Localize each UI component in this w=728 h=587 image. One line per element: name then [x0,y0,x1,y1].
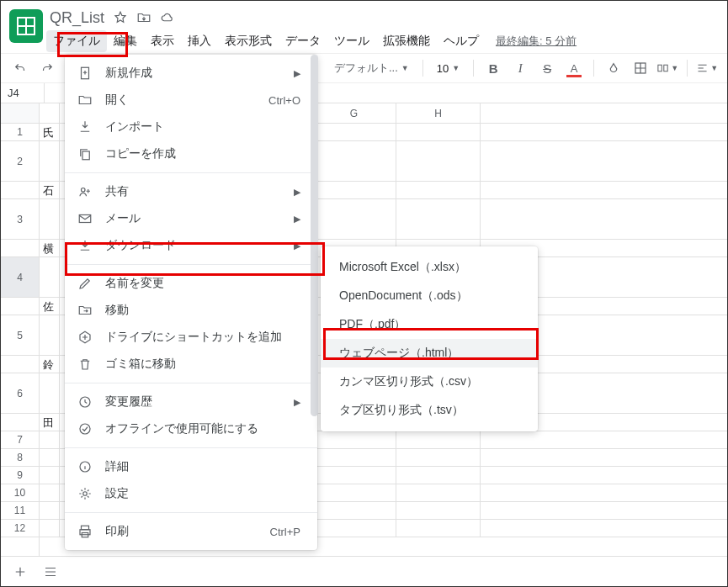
file-menu-open[interactable]: 開く Ctrl+O [65,87,317,114]
cell[interactable] [40,257,60,297]
row-header[interactable]: 3 [1,199,39,240]
row-header[interactable] [1,240,39,257]
cell[interactable] [396,449,481,466]
cell[interactable] [312,199,396,239]
menu-edit[interactable]: 編集 [107,30,144,52]
align-button[interactable]: ▼ [696,57,718,79]
cell[interactable] [40,315,60,355]
cell[interactable] [312,484,396,501]
row-header[interactable]: 10 [1,484,39,502]
cell[interactable] [396,141,481,181]
name-box[interactable]: J4 [1,83,45,103]
row-header[interactable]: 5 [1,315,39,356]
menu-insert[interactable]: 挿入 [181,30,218,52]
file-menu-trash[interactable]: ゴミ箱に移動 [65,351,317,378]
cell[interactable] [40,484,60,501]
cell[interactable] [312,520,396,537]
cell[interactable] [312,502,396,519]
cell[interactable]: 横 [40,240,60,256]
cell[interactable] [312,431,396,448]
cell[interactable] [396,199,481,239]
row-header[interactable]: 7 [1,431,39,449]
file-menu-details[interactable]: 詳細 [65,453,317,480]
text-color-button[interactable]: A [563,57,585,79]
file-menu-history[interactable]: 変更履歴 ▶ [65,389,317,415]
file-menu-move[interactable]: 移動 [65,297,317,324]
add-sheet-button[interactable] [9,561,31,583]
file-menu-add-shortcut[interactable]: ドライブにショートカットを追加 [65,324,317,351]
row-header[interactable]: 8 [1,449,39,467]
cell[interactable] [396,484,481,501]
cell[interactable] [40,373,60,413]
file-menu-download[interactable]: ダウンロード ▶ [65,232,317,259]
strikethrough-button[interactable]: S [536,57,558,79]
file-menu-share[interactable]: 共有 ▶ [65,178,317,205]
cell[interactable] [40,502,60,519]
borders-button[interactable] [630,57,651,79]
move-folder-icon[interactable] [136,10,151,25]
cell[interactable] [40,199,60,239]
last-edit-link[interactable]: 最終編集: 5 分前 [496,34,577,49]
row-header[interactable] [1,182,39,199]
row-header[interactable] [1,356,39,373]
font-family-select[interactable]: デフォルト... ▼ [329,61,414,76]
cell[interactable] [396,502,481,519]
download-xlsx[interactable]: Microsoft Excel（.xlsx） [321,253,538,282]
menu-view[interactable]: 表示 [144,30,181,52]
menu-help[interactable]: ヘルプ [437,30,486,52]
cell[interactable] [40,449,60,466]
select-all-corner[interactable] [1,103,39,124]
cell[interactable] [312,141,396,181]
cell[interactable]: 氏 [40,124,60,140]
row-header[interactable] [1,414,39,431]
column-header[interactable]: H [396,103,481,123]
row-header[interactable]: 1 [1,124,39,141]
file-menu-print[interactable]: 印刷 Ctrl+P [65,518,317,545]
cell[interactable] [396,124,481,140]
file-menu-new[interactable]: 新規作成 ▶ [65,60,317,87]
file-menu-email[interactable]: メール ▶ [65,205,317,232]
column-header[interactable] [40,103,60,123]
download-tsv[interactable]: タブ区切り形式（.tsv） [321,396,538,425]
document-title[interactable]: QR_List [50,9,104,27]
sheets-logo[interactable] [9,9,43,43]
file-menu-import[interactable]: インポート [65,114,317,140]
cell[interactable] [312,467,396,484]
fill-color-button[interactable] [603,57,624,79]
download-pdf[interactable]: PDF（.pdf） [321,310,538,339]
cell[interactable] [40,431,60,448]
all-sheets-button[interactable] [40,561,61,583]
menu-file[interactable]: ファイル [46,30,107,52]
menu-format[interactable]: 表示形式 [218,30,279,52]
download-ods[interactable]: OpenDocument（.ods） [321,282,538,310]
menu-data[interactable]: データ [279,30,327,52]
file-menu-copy[interactable]: コピーを作成 [65,140,317,167]
cell[interactable] [396,520,481,537]
download-html[interactable]: ウェブページ（.html） [321,339,538,368]
cell[interactable] [396,182,481,198]
row-header[interactable]: 2 [1,141,39,182]
cell[interactable]: 田 [40,414,60,431]
cell[interactable] [40,141,60,181]
cell[interactable]: 佐 [40,298,60,315]
cell[interactable] [312,449,396,466]
menu-extensions[interactable]: 拡張機能 [376,30,437,52]
menu-tools[interactable]: ツール [327,30,376,52]
star-icon[interactable] [113,10,128,25]
italic-button[interactable]: I [509,57,531,79]
file-menu-settings[interactable]: 設定 [65,480,317,507]
file-menu-rename[interactable]: 名前を変更 [65,270,317,297]
cloud-status-icon[interactable] [160,10,175,25]
cell[interactable] [396,467,481,484]
row-header[interactable]: 4 [1,257,39,298]
cell[interactable]: 鈴 [40,356,60,373]
row-header[interactable] [1,298,39,315]
column-header[interactable]: G [312,103,396,123]
undo-button[interactable] [9,57,31,79]
merge-button[interactable]: ▼ [656,57,678,79]
row-header[interactable]: 9 [1,467,39,484]
row-header[interactable]: 11 [1,502,39,520]
font-size-select[interactable]: 10 ▼ [432,62,465,75]
cell[interactable] [396,431,481,448]
row-header[interactable]: 6 [1,373,39,414]
